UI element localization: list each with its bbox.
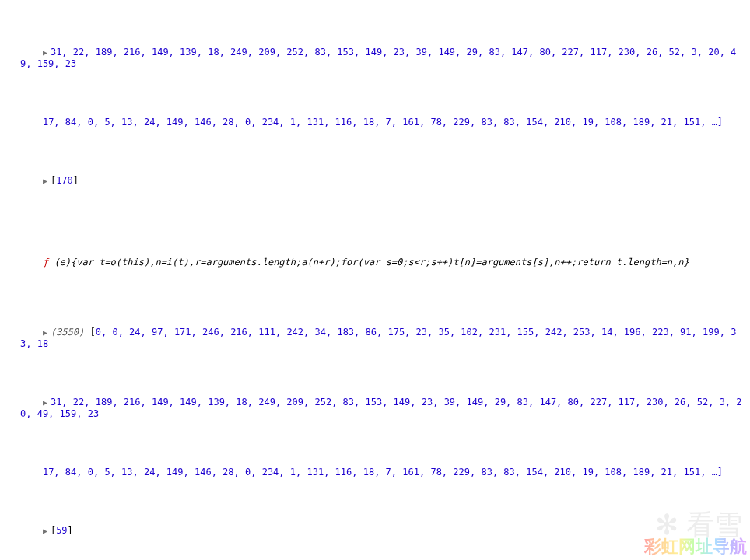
array-preview[interactable]: ▶(3550) [0, 0, 24, 97, 171, 246, 216, 11… bbox=[3, 315, 747, 362]
collapsed-array[interactable]: ▶[170] bbox=[3, 163, 747, 198]
array-row: 17, 84, 0, 5, 13, 24, 149, 146, 28, 0, 2… bbox=[3, 105, 747, 140]
array-row: ▶31, 22, 189, 216, 149, 139, 18, 249, 20… bbox=[3, 35, 747, 82]
array-row: ▶31, 22, 189, 216, 149, 149, 139, 18, 24… bbox=[3, 385, 747, 432]
array-row: 17, 84, 0, 5, 13, 24, 149, 146, 28, 0, 2… bbox=[3, 455, 747, 490]
devtools-console[interactable]: ▶31, 22, 189, 216, 149, 139, 18, 249, 20… bbox=[0, 0, 750, 560]
fn-source: ƒ (e){var t=o(this),n=i(t),r=arguments.l… bbox=[3, 245, 747, 280]
collapsed-array[interactable]: ▶[59] bbox=[3, 513, 747, 548]
